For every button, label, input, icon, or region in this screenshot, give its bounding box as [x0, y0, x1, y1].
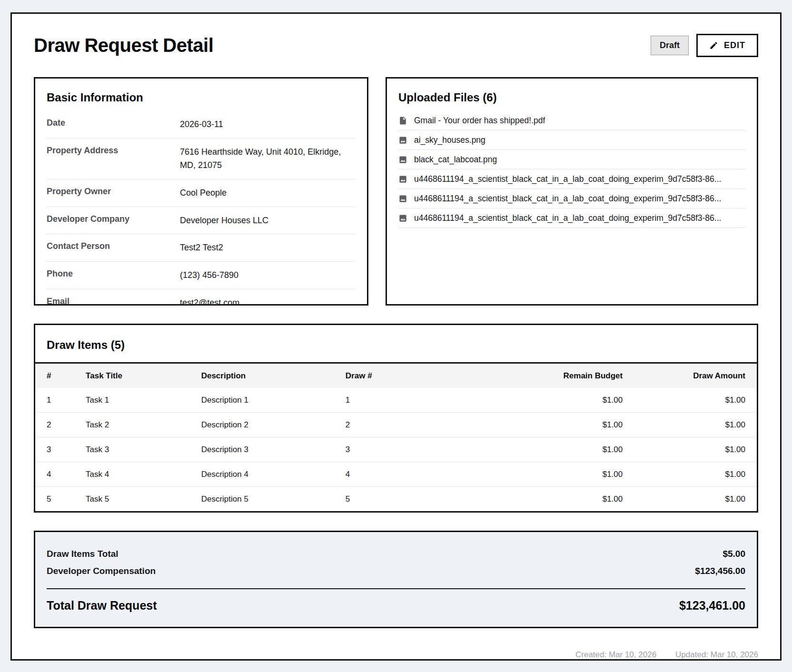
info-value: 2026-03-11: [180, 118, 223, 131]
info-row-phone: Phone (123) 456-7890: [47, 262, 356, 289]
page-title: Draw Request Detail: [34, 35, 213, 56]
uploaded-files-title: Uploaded Files (6): [398, 91, 745, 104]
file-name: u4468611194_a_scientist_black_cat_in_a_l…: [414, 194, 721, 204]
total-draw-request-row: Total Draw Request $123,461.00: [47, 596, 745, 613]
file-row[interactable]: Gmail - Your order has shipped!.pdf: [398, 111, 745, 130]
cell-task-title: Task 4: [86, 462, 201, 487]
image-icon: [398, 214, 407, 223]
cell-draw-no: 4: [346, 462, 512, 487]
info-label: Contact Person: [47, 241, 180, 251]
file-name: u4468611194_a_scientist_black_cat_in_a_l…: [414, 174, 721, 184]
cell-remain-budget: $1.00: [512, 487, 634, 512]
table-row: 1 Task 1 Description 1 1 $1.00 $1.00: [35, 388, 757, 413]
file-row[interactable]: black_cat_labcoat.png: [398, 150, 745, 169]
cell-num: 2: [35, 413, 86, 437]
cell-task-title: Task 3: [86, 437, 201, 462]
info-row-property-owner: Property Owner Cool People: [47, 179, 356, 207]
file-name: u4468611194_a_scientist_black_cat_in_a_l…: [414, 213, 721, 223]
info-label: Email: [47, 296, 180, 306]
column-header-description: Description: [201, 363, 346, 388]
column-header-remain-budget: Remain Budget: [512, 363, 634, 388]
cell-num: 5: [35, 487, 86, 512]
totals-divider: [47, 588, 745, 589]
cell-description: Description 1: [201, 388, 346, 413]
image-icon: [398, 194, 407, 203]
draw-items-panel: Draw Items (5) # Task Title Description …: [34, 324, 758, 513]
cell-remain-budget: $1.00: [512, 437, 634, 462]
updated-timestamp: Updated: Mar 10, 2026: [675, 650, 758, 660]
image-icon: [398, 136, 407, 145]
meta-footer: Created: Mar 10, 2026 Updated: Mar 10, 2…: [34, 650, 758, 660]
totals-label: Developer Compensation: [47, 566, 156, 576]
image-icon: [398, 175, 407, 184]
table-row: 5 Task 5 Description 5 5 $1.00 $1.00: [35, 487, 757, 512]
info-value: Cool People: [180, 187, 227, 200]
cell-num: 1: [35, 388, 86, 413]
basic-information-panel: Basic Information Date 2026-03-11 Proper…: [34, 77, 368, 306]
totals-value: $5.00: [723, 549, 745, 559]
cell-description: Description 4: [201, 462, 346, 487]
info-label: Property Owner: [47, 187, 180, 197]
cell-draw-no: 2: [346, 413, 512, 437]
cell-draw-no: 3: [346, 437, 512, 462]
file-row[interactable]: u4468611194_a_scientist_black_cat_in_a_l…: [398, 169, 745, 189]
cell-description: Description 5: [201, 487, 346, 512]
header-actions: Draft EDIT: [651, 34, 758, 57]
info-row-property-address: Property Address 7616 Hearthside Way, Un…: [47, 138, 356, 179]
top-panels: Basic Information Date 2026-03-11 Proper…: [34, 77, 758, 306]
info-label: Date: [47, 118, 180, 128]
cell-task-title: Task 5: [86, 487, 201, 512]
cell-remain-budget: $1.00: [512, 413, 634, 437]
info-value: 7616 Hearthside Way, Unit 4010, Elkridge…: [180, 146, 356, 172]
info-label: Property Address: [47, 146, 180, 156]
totals-row-draw-items-total: Draw Items Total $5.00: [47, 545, 745, 563]
edit-button-label: EDIT: [724, 40, 745, 50]
draw-request-card: Draw Request Detail Draft EDIT Basic Inf…: [10, 12, 782, 661]
image-icon: [398, 155, 407, 164]
created-timestamp: Created: Mar 10, 2026: [575, 650, 656, 660]
status-badge: Draft: [651, 36, 689, 55]
file-name: black_cat_labcoat.png: [414, 155, 497, 165]
column-header-draw-amount: Draw Amount: [634, 363, 757, 388]
info-value: test2@test.com: [180, 296, 239, 306]
info-row-email: Email test2@test.com: [47, 289, 356, 306]
total-draw-request-label: Total Draw Request: [47, 599, 157, 613]
column-header-draw-no: Draw #: [346, 363, 512, 388]
file-row[interactable]: u4468611194_a_scientist_black_cat_in_a_l…: [398, 208, 745, 228]
totals-value: $123,456.00: [695, 566, 745, 576]
totals-row-developer-compensation: Developer Compensation $123,456.00: [47, 563, 745, 580]
draw-items-title: Draw Items (5): [35, 325, 757, 362]
pencil-icon: [709, 41, 718, 50]
cell-task-title: Task 1: [86, 388, 201, 413]
info-row-developer-company: Developer Company Developer Houses LLC: [47, 207, 356, 235]
basic-information-title: Basic Information: [47, 91, 356, 104]
cell-draw-amount: $1.00: [634, 413, 757, 437]
edit-button[interactable]: EDIT: [696, 34, 758, 57]
cell-task-title: Task 2: [86, 413, 201, 437]
info-row-contact-person: Contact Person Test2 Test2: [47, 234, 356, 262]
cell-draw-amount: $1.00: [634, 462, 757, 487]
cell-draw-no: 5: [346, 487, 512, 512]
file-name: Gmail - Your order has shipped!.pdf: [414, 116, 545, 126]
cell-draw-amount: $1.00: [634, 487, 757, 512]
file-document-icon: [398, 116, 407, 125]
uploaded-files-panel: Uploaded Files (6) Gmail - Your order ha…: [386, 77, 758, 306]
file-row[interactable]: u4468611194_a_scientist_black_cat_in_a_l…: [398, 189, 745, 208]
page-header: Draw Request Detail Draft EDIT: [34, 34, 758, 57]
draw-items-table: # Task Title Description Draw # Remain B…: [35, 362, 757, 511]
info-value: (123) 456-7890: [180, 269, 238, 282]
cell-remain-budget: $1.00: [512, 388, 634, 413]
file-name: ai_sky_houses.png: [414, 135, 485, 145]
info-row-date: Date 2026-03-11: [47, 111, 356, 138]
cell-description: Description 3: [201, 437, 346, 462]
cell-description: Description 2: [201, 413, 346, 437]
column-header-num: #: [35, 363, 86, 388]
table-header-row: # Task Title Description Draw # Remain B…: [35, 363, 757, 388]
cell-remain-budget: $1.00: [512, 462, 634, 487]
totals-summary: Draw Items Total $5.00 Developer Compens…: [34, 531, 758, 628]
file-row[interactable]: ai_sky_houses.png: [398, 130, 745, 150]
cell-draw-no: 1: [346, 388, 512, 413]
cell-num: 3: [35, 437, 86, 462]
cell-draw-amount: $1.00: [634, 388, 757, 413]
total-draw-request-value: $123,461.00: [679, 599, 745, 613]
